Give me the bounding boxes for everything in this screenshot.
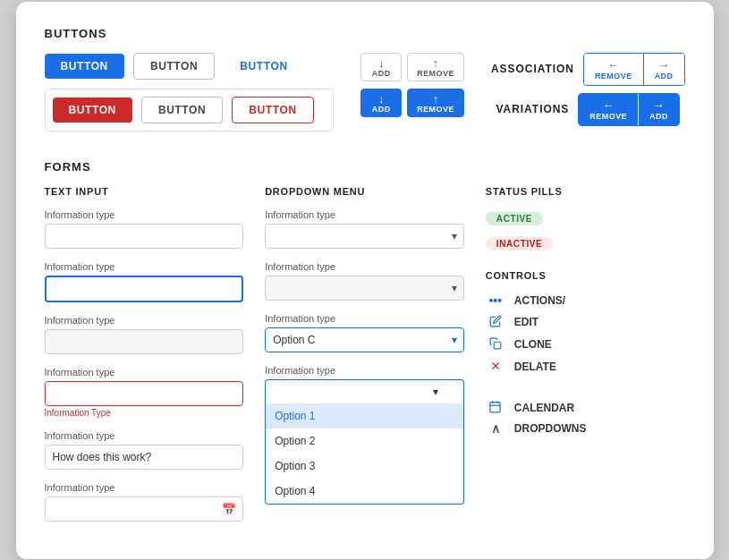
dropdown-select-2[interactable] [265, 276, 464, 301]
dropdown-option-2[interactable]: Option 2 [266, 428, 463, 454]
text-input-4[interactable] [45, 381, 244, 406]
buttons-title: BUTTONS [45, 27, 685, 40]
down-arrow-icon-blue: ↓ [378, 93, 385, 105]
button-row-1: BUTTON BUTTON BUTTON [45, 53, 335, 80]
assoc-remove-button[interactable]: ← REMOVE [584, 54, 644, 85]
dropdown-option-4[interactable]: Option 4 [266, 479, 463, 504]
dropdowns-control[interactable]: ∧ DROPDOWNS [486, 421, 685, 436]
delete-control[interactable]: DELATE [486, 360, 685, 375]
variation-remove-button[interactable]: ← REMOVE [579, 94, 639, 125]
dropdown-col-title: DROPDOWN MENU [265, 186, 464, 197]
field-label-3: Information type [45, 315, 244, 326]
clone-control[interactable]: CLONE [486, 337, 685, 352]
error-message: Information Type [45, 408, 244, 418]
dropdown-label-1: Information type [265, 209, 464, 220]
left-arrow-icon: ← [607, 58, 619, 72]
date-input-container: 📅 [45, 496, 244, 522]
remove-arrow-button[interactable]: ↑ REMOVE [407, 53, 464, 81]
active-status-pill: ACTIVE [486, 212, 543, 225]
dropdown-trigger[interactable]: ▾ [265, 379, 464, 403]
dropdown-label-2: Information type [265, 261, 464, 272]
association-buttons: ← REMOVE → ADD [583, 53, 685, 86]
association-block: ASSOCIATION ← REMOVE → ADD [491, 53, 685, 126]
dropdown-container-2: ▾ [265, 276, 464, 301]
outline-button-2[interactable]: BUTTON [141, 97, 223, 123]
primary-button[interactable]: BUTTON [45, 54, 124, 79]
date-input[interactable] [45, 496, 244, 522]
variations-buttons: ← REMOVE → ADD [578, 93, 680, 126]
dropdown-group-1: Information type Option A ▾ [265, 209, 464, 249]
association-label: ASSOCIATION [491, 63, 574, 75]
text-input-5[interactable] [45, 445, 244, 470]
forms-grid: TEXT INPUT Information type Information … [45, 186, 685, 534]
right-arrow-icon: → [657, 58, 669, 72]
edit-control[interactable]: EDIT [486, 315, 685, 330]
remove-arrow-button-blue[interactable]: ↑ REMOVE [407, 89, 464, 117]
status-controls-col: STATUS PILLS ACTIVE INACTIVE CONTROLS ••… [486, 186, 685, 534]
add-arrow-button-blue[interactable]: ↓ ADD [360, 89, 402, 117]
active-pill-container: ACTIVE [486, 209, 685, 231]
dots-icon: ••• [486, 293, 505, 308]
dropdown-group-2: Information type ▾ [265, 261, 464, 301]
controls-title: CONTROLS [486, 270, 685, 281]
field-group-4: Information type Information Type [45, 367, 244, 418]
dropdown-select-3[interactable]: Option C [265, 327, 464, 352]
outline-button[interactable]: BUTTON [133, 53, 215, 80]
field-group-1: Information type [45, 209, 244, 249]
field-label-1: Information type [45, 209, 244, 220]
clone-label: CLONE [514, 338, 552, 351]
up-arrow-icon-blue: ↑ [433, 93, 439, 105]
field-group-3: Information type [45, 315, 244, 354]
calendar-control[interactable]: CALENDAR [486, 400, 685, 416]
dropdown-label-3: Information type [265, 313, 464, 324]
dropdown-container-3: Option C ▾ [265, 327, 464, 352]
text-input-3[interactable] [45, 329, 244, 354]
clone-icon [486, 337, 505, 352]
chevron-down-icon-open: ▾ [433, 386, 438, 398]
left-arrow-blue-icon: ← [602, 98, 614, 112]
down-arrow-icon: ↓ [378, 57, 385, 69]
variations-label: VARIATIONS [496, 103, 570, 115]
field-label-5: Information type [45, 430, 244, 441]
text-input-col: TEXT INPUT Information type Information … [45, 186, 244, 534]
arrow-buttons-group: ↓ ADD ↑ REMOVE ↓ ADD ↑ [360, 53, 464, 117]
calendar-small-icon: 📅 [222, 502, 236, 515]
field-group-5: Information type [45, 430, 244, 470]
svg-rect-0 [494, 342, 501, 349]
svg-rect-3 [490, 402, 500, 412]
field-label-4: Information type [45, 367, 244, 378]
chevron-icon: ∧ [486, 421, 505, 436]
edit-icon [486, 315, 505, 330]
status-pills-title: STATUS PILLS [486, 186, 685, 197]
text-blue-button[interactable]: BUTTON [224, 54, 303, 79]
dropdown-option-1[interactable]: Option 1 [266, 403, 463, 428]
add-arrow-button[interactable]: ↓ ADD [360, 53, 402, 81]
dropdown-open-container: ▾ Option 1 Option 2 Option 3 Option 4 [265, 379, 464, 505]
actions-control[interactable]: ••• ACTIONS/ [486, 293, 685, 308]
text-input-1[interactable] [45, 224, 244, 249]
dropdown-group-4: Information type ▾ Option 1 Option 2 Opt… [265, 365, 464, 505]
delete-label: DELATE [514, 361, 556, 373]
field-group-6: Information type 📅 [45, 482, 244, 522]
danger-button[interactable]: BUTTON [53, 98, 132, 123]
calendar-icon [486, 400, 505, 416]
dropdown-container-1: Option A ▾ [265, 224, 464, 249]
edit-label: EDIT [514, 316, 538, 328]
variation-add-button[interactable]: → ADD [639, 94, 679, 125]
field-label-2: Information type [45, 261, 244, 272]
dropdown-select-1[interactable]: Option A [265, 224, 464, 249]
dropdown-list: Option 1 Option 2 Option 3 Option 4 [265, 403, 464, 505]
inactive-pill-container: INACTIVE [486, 234, 685, 256]
field-group-2: Information type [45, 261, 244, 302]
up-arrow-icon: ↑ [433, 57, 439, 69]
outline-danger-button[interactable]: BUTTON [232, 97, 313, 123]
actions-label: ACTIONS/ [514, 294, 565, 307]
dropdown-col: DROPDOWN MENU Information type Option A … [265, 186, 464, 534]
button-row-2: BUTTON BUTTON BUTTON [45, 89, 335, 132]
dropdown-group-3: Information type Option C ▾ [265, 313, 464, 352]
assoc-add-button[interactable]: → ADD [644, 54, 684, 85]
dropdowns-label: DROPDOWNS [514, 422, 587, 435]
dropdown-option-3[interactable]: Option 3 [266, 454, 463, 479]
text-input-2[interactable] [45, 276, 244, 302]
forms-title: FORMS [45, 160, 685, 174]
